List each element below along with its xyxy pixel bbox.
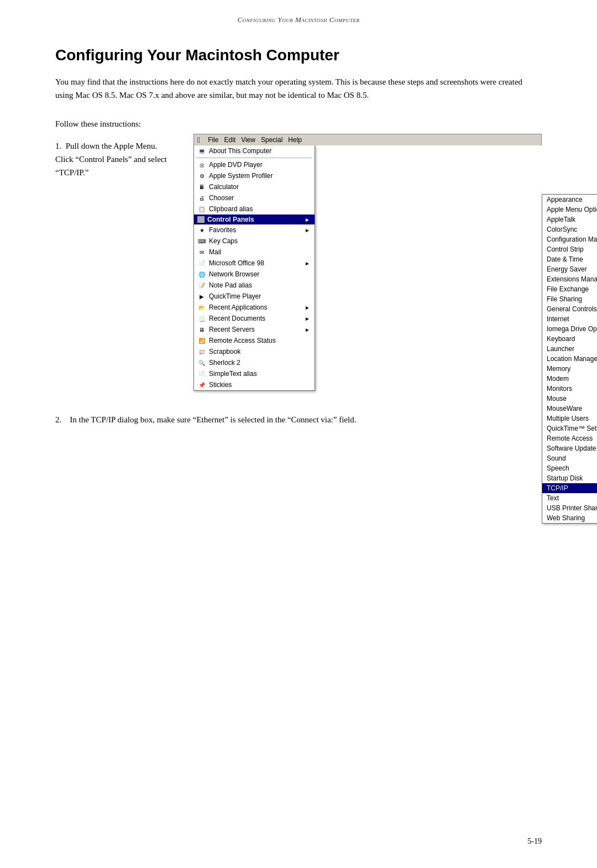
step2-number: 2.: [55, 415, 61, 424]
submenu-startupdisk[interactable]: Startup Disk: [542, 473, 597, 483]
menu-office[interactable]: 📄 Microsoft Office 98 ►: [194, 258, 315, 269]
menu-notepad[interactable]: 📝 Note Pad alias: [194, 280, 315, 291]
submenu-multipleusers[interactable]: Multiple Users: [542, 414, 597, 423]
apple-logo: : [197, 135, 200, 144]
mac-menu-body: 💻 About This Computer ◎ Apple DVD Player…: [193, 145, 542, 391]
recent-servers-icon: 🖥: [197, 325, 206, 334]
submenu-extmanager[interactable]: Extensions Manager: [542, 274, 597, 284]
submenu-energysaver[interactable]: Energy Saver: [542, 264, 597, 274]
favorites-arrow: ►: [305, 227, 310, 233]
recent-servers-arrow: ►: [305, 327, 310, 333]
controlpanels-label: Control Panels: [207, 216, 300, 223]
menu-chooser[interactable]: 🖨 Chooser: [194, 192, 315, 203]
scrapbook-label: Scrapbook: [209, 348, 310, 355]
mail-icon: ✉: [197, 248, 206, 257]
keycaps-icon: ⌨: [197, 237, 206, 245]
menu-calculator[interactable]: 🖩 Calculator: [194, 181, 315, 192]
mail-label: Mail: [209, 248, 310, 256]
step1-content: Pull down the Apple Menu. Click “Control…: [55, 142, 167, 177]
submenu-configmanager[interactable]: Configuration Manager: [542, 234, 597, 244]
simpletext-icon: 📄: [197, 369, 206, 378]
submenu-sound[interactable]: Sound: [542, 453, 597, 463]
submenu-fileexchange[interactable]: File Exchange: [542, 284, 597, 294]
office-arrow: ►: [305, 260, 310, 266]
menu-network[interactable]: 🌐 Network Browser: [194, 269, 315, 280]
remote-status-icon: 📶: [197, 336, 206, 345]
menubar-help: Help: [288, 136, 302, 144]
submenu-internet[interactable]: Internet: [542, 314, 597, 324]
menu-clipboard[interactable]: 📋 Clipboard alias: [194, 203, 315, 215]
submenu-iomega[interactable]: Iomega Drive Options: [542, 324, 597, 334]
profiler-icon: ⚙: [197, 171, 206, 180]
submenu-mouseware[interactable]: MouseWare: [542, 404, 597, 414]
menu-sherlock[interactable]: 🔍 Sherlock 2: [194, 357, 315, 368]
clipboard-icon: 📋: [197, 205, 206, 213]
stickies-icon: 📌: [197, 380, 206, 389]
submenu-speech[interactable]: Speech: [542, 463, 597, 473]
menu-stickies[interactable]: 📌 Stickies: [194, 379, 315, 390]
step1-text: 1. Pull down the Apple Menu. Click “Cont…: [55, 139, 177, 179]
menu-controlpanels[interactable]: Control Panels ►: [194, 215, 315, 224]
menu-quicktime[interactable]: ▶ QuickTime Player: [194, 291, 315, 302]
submenu-quicktimesettings[interactable]: QuickTime™ Settings: [542, 423, 597, 433]
step2-text: 2. In the TCP/IP dialog box, make sure “…: [55, 413, 542, 426]
menu-remote-status[interactable]: 📶 Remote Access Status: [194, 335, 315, 346]
recent-docs-arrow: ►: [305, 316, 310, 322]
about-icon: 💻: [197, 147, 206, 155]
menu-scrapbook[interactable]: 📰 Scrapbook: [194, 346, 315, 357]
submenu-modem[interactable]: Modem: [542, 374, 597, 384]
control-panels-submenu: Appearance Apple Menu Options AppleTalk …: [542, 194, 597, 524]
menubar-file: File: [208, 136, 218, 144]
menu-simpletext[interactable]: 📄 SimpleText alias: [194, 368, 315, 379]
submenu-locationmanager[interactable]: Location Manager: [542, 354, 597, 364]
submenu-mouse[interactable]: Mouse: [542, 394, 597, 404]
favorites-label: Favorites: [209, 226, 300, 234]
submenu-appearance[interactable]: Appearance: [542, 195, 597, 205]
controlpanels-arrow: ►: [305, 217, 310, 223]
step1-area: 1. Pull down the Apple Menu. Click “Cont…: [55, 139, 542, 391]
menu-recent-servers[interactable]: 🖥 Recent Servers ►: [194, 324, 315, 335]
submenu-datetime[interactable]: Date & Time: [542, 254, 597, 264]
submenu-softwareupdate[interactable]: Software Update: [542, 443, 597, 453]
simpletext-label: SimpleText alias: [209, 370, 310, 378]
about-label: About This Computer: [209, 147, 310, 155]
submenu-usbprinter[interactable]: USB Printer Sharing: [542, 503, 597, 513]
submenu-generalcontrols[interactable]: General Controls: [542, 304, 597, 314]
menubar-view: View: [241, 136, 255, 144]
profiler-label: Apple System Profiler: [209, 172, 310, 180]
submenu-memory[interactable]: Memory: [542, 364, 597, 374]
recent-servers-label: Recent Servers: [209, 326, 300, 333]
submenu-websharing[interactable]: Web Sharing: [542, 513, 597, 523]
menu-profiler[interactable]: ⚙ Apple System Profiler: [194, 170, 315, 181]
network-icon: 🌐: [197, 270, 206, 279]
menubar-edit: Edit: [224, 136, 235, 144]
stickies-label: Stickies: [209, 381, 310, 389]
menu-recent-apps[interactable]: 📂 Recent Applications ►: [194, 302, 315, 313]
submenu-applemenuoptions[interactable]: Apple Menu Options: [542, 205, 597, 215]
submenu-monitors[interactable]: Monitors: [542, 384, 597, 394]
submenu-controlstrip[interactable]: Control Strip: [542, 244, 597, 254]
submenu-colorsync[interactable]: ColorSync: [542, 224, 597, 234]
menu-dvd[interactable]: ◎ Apple DVD Player: [194, 159, 315, 170]
menu-favorites[interactable]: ★ Favorites ►: [194, 224, 315, 236]
menu-keycaps[interactable]: ⌨ Key Caps: [194, 236, 315, 247]
recent-apps-icon: 📂: [197, 303, 206, 312]
submenu-filesharing[interactable]: File Sharing: [542, 294, 597, 304]
office-label: Microsoft Office 98: [209, 259, 300, 267]
notepad-label: Note Pad alias: [209, 281, 310, 289]
submenu-tcpip[interactable]: TCP/IP: [542, 483, 597, 493]
menu-about[interactable]: 💻 About This Computer: [194, 145, 315, 156]
calculator-icon: 🖩: [197, 182, 206, 191]
menu-mail[interactable]: ✉ Mail: [194, 247, 315, 258]
submenu-remoteaccess[interactable]: Remote Access: [542, 433, 597, 443]
submenu-text[interactable]: Text: [542, 493, 597, 503]
menu-recent-docs[interactable]: 📃 Recent Documents ►: [194, 313, 315, 324]
controlpanels-icon: [197, 216, 205, 223]
recent-apps-label: Recent Applications: [209, 304, 300, 311]
submenu-launcher[interactable]: Launcher: [542, 344, 597, 354]
submenu-appletalk[interactable]: AppleTalk: [542, 215, 597, 224]
step2-area: 2. In the TCP/IP dialog box, make sure “…: [55, 413, 542, 426]
submenu-keyboard[interactable]: Keyboard: [542, 334, 597, 344]
menubar-special: Special: [261, 136, 282, 144]
recent-apps-arrow: ►: [305, 305, 310, 311]
